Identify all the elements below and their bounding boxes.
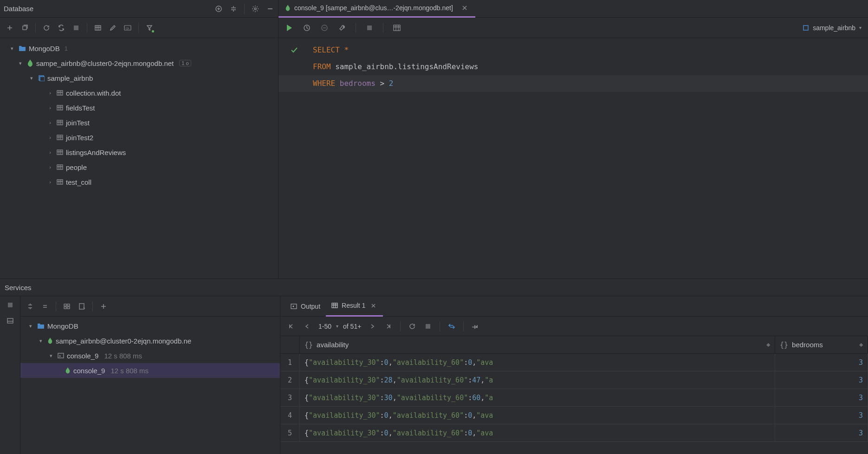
services-tree[interactable]: ▾ MongoDB ▾ sampe_airbnb@cluster0-2ejqn.… — [20, 317, 280, 380]
chevron-down-icon[interactable]: ▾ — [17, 60, 24, 66]
tree-root-mongodb[interactable]: ▾ MongoDB 1 — [0, 41, 278, 56]
sql-editor[interactable]: SELECT * FROM sample_airbnb.listingsAndR… — [279, 38, 868, 96]
group-icon[interactable] — [63, 302, 71, 311]
wrench-icon[interactable] — [338, 24, 346, 32]
bedrooms-cell[interactable]: 3 — [775, 407, 868, 424]
history-icon[interactable] — [303, 24, 311, 32]
chevron-down-icon[interactable]: ▾ — [28, 75, 35, 81]
tree-connection[interactable]: ▾ sampe_airbnb@cluster0-2ejqn.mongodb.ne… — [0, 56, 278, 71]
close-icon[interactable] — [460, 4, 469, 12]
chevron-right-icon[interactable]: › — [46, 164, 54, 170]
filter-query-icon[interactable] — [78, 302, 86, 311]
reload-icon[interactable] — [408, 322, 416, 331]
chevron-right-icon[interactable]: › — [46, 105, 54, 110]
bedrooms-cell[interactable]: 3 — [775, 424, 868, 441]
plus-icon[interactable] — [99, 302, 108, 311]
table-row[interactable]: 3{"availability_30": 30, "availability_6… — [280, 389, 868, 407]
table-row[interactable]: 1{"availability_30": 0, "availability_60… — [280, 354, 868, 371]
pencil-icon[interactable] — [109, 24, 117, 32]
tree-table[interactable]: ›collection.with.dot — [0, 85, 278, 100]
timing-label: 12 s 808 ms — [110, 367, 149, 375]
explain-plan-icon[interactable] — [393, 24, 401, 32]
minimize-icon[interactable] — [266, 5, 274, 13]
sql-icon[interactable]: QL — [123, 24, 132, 32]
chevron-down-icon[interactable]: ▾ — [8, 45, 16, 52]
close-icon[interactable] — [369, 301, 377, 310]
plus-icon[interactable] — [6, 24, 14, 32]
collapse-icon[interactable] — [41, 302, 49, 311]
refresh-icon[interactable] — [42, 24, 51, 32]
chevron-right-icon[interactable]: › — [46, 179, 54, 185]
chevron-right-icon[interactable]: › — [46, 149, 54, 155]
pin-icon[interactable] — [471, 322, 479, 331]
services-root[interactable]: ▾ MongoDB — [20, 318, 280, 333]
tree-table[interactable]: ›joinTest2 — [0, 130, 278, 145]
tab-output[interactable]: Output — [285, 296, 326, 317]
bedrooms-cell[interactable]: 3 — [775, 371, 868, 389]
results-grid[interactable]: {} availability ◆ {} bedrooms ◆ 1{"avail… — [280, 336, 868, 442]
chevron-right-icon[interactable]: › — [46, 135, 54, 140]
stop-icon[interactable] — [365, 24, 374, 32]
services-console-child[interactable]: console_9 12 s 808 ms — [20, 363, 280, 378]
page-selector[interactable]: 1-50 ▾ of 51+ — [318, 323, 361, 330]
tab-label: Output — [301, 303, 320, 310]
last-page-icon[interactable] — [384, 322, 393, 331]
database-tree[interactable]: ▾ MongoDB 1 ▾ sampe_airbnb@cluster0-2ejq… — [0, 38, 278, 279]
availability-cell[interactable]: {"availability_30": 0, "availability_60"… — [300, 407, 775, 424]
tab-result1[interactable]: Result 1 — [326, 296, 383, 317]
availability-cell[interactable]: {"availability_30": 30, "availability_60… — [300, 389, 775, 406]
bedrooms-cell[interactable]: 3 — [775, 389, 868, 406]
sync-icon[interactable] — [57, 24, 65, 32]
sort-icon[interactable]: ◆ — [766, 342, 770, 348]
availability-cell[interactable]: {"availability_30": 0, "availability_60"… — [300, 424, 775, 441]
prev-page-icon[interactable] — [303, 322, 311, 331]
gear-icon[interactable] — [251, 5, 259, 13]
table-row[interactable]: 4{"availability_30": 0, "availability_60… — [280, 407, 868, 424]
expand-icon[interactable] — [26, 302, 34, 311]
separator — [56, 301, 56, 311]
chevron-down-icon[interactable]: ▾ — [47, 353, 55, 359]
stop-icon[interactable] — [72, 24, 80, 32]
tree-table[interactable]: ›listingsAndReviews — [0, 145, 278, 160]
tree-label: MongoDB — [29, 45, 60, 52]
tree-table[interactable]: ›people — [0, 160, 278, 175]
table-row[interactable]: 5{"availability_30": 0, "availability_60… — [280, 424, 868, 442]
duplicate-icon[interactable] — [20, 24, 29, 32]
rollback-icon[interactable] — [320, 24, 329, 32]
table-row[interactable]: 2{"availability_30": 28, "availability_6… — [280, 371, 868, 389]
chevron-down-icon[interactable]: ▾ — [37, 338, 45, 344]
datasource-selector[interactable]: sample_airbnb ▾ — [803, 24, 862, 32]
tree-table[interactable]: ›joinTest — [0, 115, 278, 130]
collapse-icon[interactable] — [229, 5, 238, 13]
tree-schema[interactable]: ▾ sample_airbnb — [0, 71, 278, 85]
chevron-right-icon[interactable]: › — [46, 90, 54, 96]
add-icon[interactable] — [214, 5, 223, 13]
next-page-icon[interactable] — [369, 322, 377, 331]
column-availability[interactable]: {} availability ◆ — [300, 336, 775, 353]
first-page-icon[interactable] — [287, 322, 295, 331]
bedrooms-cell[interactable]: 3 — [775, 354, 868, 371]
stop-icon[interactable] — [424, 322, 432, 331]
table-icon[interactable] — [94, 24, 102, 32]
filter-icon[interactable] — [145, 24, 154, 32]
column-bedrooms[interactable]: {} bedrooms ◆ — [775, 336, 868, 353]
services-conn[interactable]: ▾ sampe_airbnb@cluster0-2ejqn.mongodb.ne — [20, 333, 280, 348]
availability-cell[interactable]: {"availability_30": 28, "availability_60… — [300, 371, 775, 389]
availability-cell[interactable]: {"availability_30": 0, "availability_60"… — [300, 354, 775, 371]
chevron-down-icon[interactable]: ▾ — [27, 323, 34, 329]
schema-icon — [803, 25, 809, 31]
conn-badge: 1 o — [179, 60, 191, 66]
services-tree-panel: ▾ MongoDB ▾ sampe_airbnb@cluster0-2ejqn.… — [20, 296, 280, 454]
stop-icon[interactable] — [6, 301, 14, 309]
editor-tab-console9[interactable]: console_9 [sampe_airbnb@clus…-2ejqn.mong… — [279, 0, 475, 18]
compare-icon[interactable] — [447, 322, 456, 331]
layout-icon[interactable] — [6, 317, 14, 325]
play-icon[interactable] — [285, 24, 293, 32]
sort-icon[interactable]: ◆ — [859, 342, 863, 348]
tree-label: console_9 — [67, 352, 98, 360]
tree-label: people — [66, 163, 87, 171]
chevron-right-icon[interactable]: › — [46, 120, 54, 125]
services-console[interactable]: ▾ console_9 12 s 808 ms — [20, 348, 280, 363]
tree-table[interactable]: ›test_coll — [0, 175, 278, 189]
tree-table[interactable]: ›fieldsTest — [0, 100, 278, 115]
